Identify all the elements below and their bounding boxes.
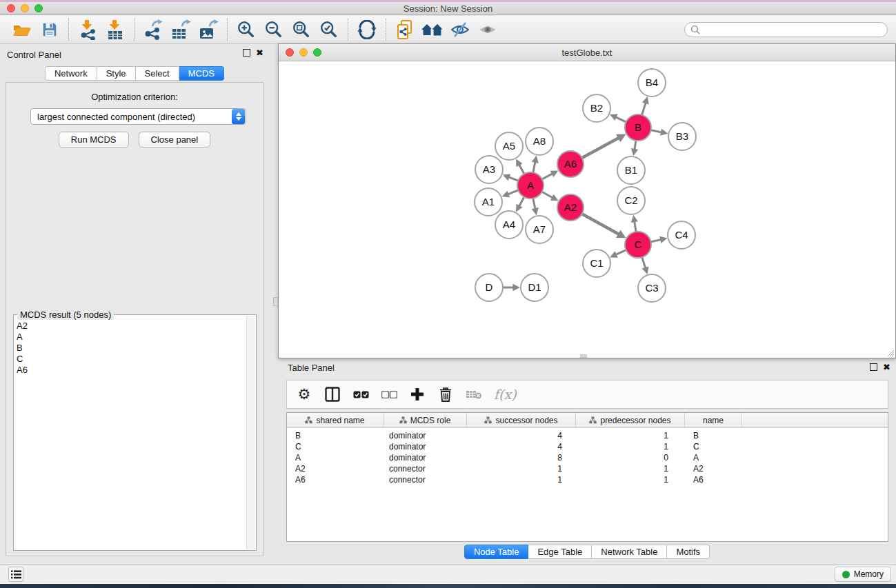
mcds-result-list[interactable]: A2ABCA6 (14, 319, 246, 550)
tab-select[interactable]: Select (136, 66, 179, 81)
import-network-icon[interactable] (74, 17, 101, 42)
graph-node-A4[interactable]: A4 (495, 211, 523, 239)
column-header-successor-nodes[interactable]: successor nodes (467, 413, 576, 427)
network-window-titlebar[interactable]: testGlobe.txt (279, 44, 895, 61)
memory-status-icon (842, 571, 850, 578)
export-image-icon[interactable] (195, 17, 222, 42)
deselect-all-checkboxes-icon[interactable] (381, 384, 397, 405)
graph-node-B1[interactable]: B1 (617, 156, 645, 184)
tab-edge-table[interactable]: Edge Table (528, 545, 592, 559)
result-list-item[interactable]: A2 (17, 321, 246, 332)
result-list-item[interactable]: A (17, 332, 246, 343)
graph-node-C4[interactable]: C4 (668, 221, 695, 249)
status-bar: Memory (0, 564, 896, 584)
tab-style[interactable]: Style (97, 66, 136, 81)
column-header-name[interactable]: name (685, 413, 742, 427)
graph-node-A3[interactable]: A3 (475, 156, 503, 183)
graph-node-A8[interactable]: A8 (526, 128, 553, 155)
tab-network[interactable]: Network (45, 66, 97, 81)
import-table-icon[interactable] (101, 17, 129, 42)
tab-node-table[interactable]: Node Table (464, 545, 529, 559)
table-options-gear-icon[interactable]: ⚙ (296, 384, 312, 405)
table-row[interactable]: Cdominator41C (287, 441, 888, 452)
control-panel-tabs: NetworkStyleSelectMCDS (45, 66, 224, 81)
zoom-selected-icon[interactable] (315, 17, 343, 42)
splitter-grip[interactable] (580, 354, 587, 358)
close-table-panel-icon[interactable]: ✖ (883, 363, 890, 371)
svg-text:A6: A6 (564, 158, 577, 170)
tab-mcds[interactable]: MCDS (179, 66, 224, 81)
new-network-from-selection-icon[interactable] (391, 17, 419, 42)
graph-edge-A2-C[interactable] (581, 213, 619, 234)
graph-node-C1[interactable]: C1 (583, 250, 610, 277)
export-network-icon[interactable] (139, 17, 167, 42)
column-header-predecessor-nodes[interactable]: predecessor nodes (576, 413, 685, 427)
result-list-item[interactable]: C (17, 354, 246, 365)
graph-edge-A6-B[interactable] (581, 138, 619, 159)
graph-node-A1[interactable]: A1 (475, 188, 502, 216)
svg-text:A: A (527, 179, 534, 191)
toolbar-separator (348, 19, 348, 41)
result-list-item[interactable]: A6 (17, 365, 246, 376)
graph-node-B[interactable]: B (625, 114, 651, 141)
memory-button[interactable]: Memory (835, 567, 891, 582)
result-list-scrollbar[interactable] (246, 316, 255, 549)
graph-node-C[interactable]: C (625, 232, 651, 258)
select-all-checkboxes-icon[interactable] (352, 384, 369, 405)
table-row[interactable]: A2connector11A2 (287, 463, 888, 474)
table-row[interactable]: Bdominator41B (287, 430, 888, 441)
graph-node-A6[interactable]: A6 (557, 151, 584, 177)
float-table-panel-icon[interactable] (870, 363, 877, 371)
svg-text:B1: B1 (625, 164, 637, 176)
zoom-out-icon[interactable] (260, 17, 288, 42)
close-panel-icon[interactable]: ✖ (256, 49, 263, 57)
table-row[interactable]: A6connector11A6 (287, 474, 888, 485)
svg-text:B3: B3 (676, 130, 688, 142)
export-table-icon[interactable] (167, 17, 195, 42)
optimization-criterion-label: Optimization criterion: (6, 92, 263, 102)
task-history-button[interactable] (8, 567, 23, 582)
graph-node-D[interactable]: D (475, 274, 503, 301)
hide-selected-icon[interactable] (446, 17, 474, 42)
svg-text:A4: A4 (503, 219, 515, 230)
result-list-item[interactable]: B (17, 343, 246, 354)
node-table-body: Bdominator41BCdominator41CAdominator80AA… (287, 428, 888, 485)
show-column-icon[interactable] (324, 384, 341, 405)
graph-node-A2[interactable]: A2 (557, 194, 584, 221)
graph-node-C3[interactable]: C3 (638, 274, 666, 302)
zoom-in-icon[interactable] (232, 17, 260, 42)
graph-node-B4[interactable]: B4 (638, 69, 666, 97)
criterion-dropdown[interactable]: largest connected component (directed) (30, 108, 246, 125)
window-resize-grip-icon[interactable] (885, 347, 895, 357)
mcds-tab-content: Optimization criterion: largest connecte… (6, 82, 263, 556)
tab-network-table[interactable]: Network Table (592, 545, 667, 559)
run-mcds-button[interactable]: Run MCDS (59, 132, 129, 148)
graph-node-C2[interactable]: C2 (617, 187, 645, 214)
search-input[interactable] (684, 22, 888, 37)
open-file-icon[interactable] (8, 17, 36, 42)
graph-node-B3[interactable]: B3 (668, 123, 696, 150)
table-toolbar: ⚙ f(x) (286, 380, 888, 409)
apply-layout-icon[interactable] (353, 17, 381, 42)
column-header-shared-name[interactable]: shared name (287, 413, 384, 427)
save-session-icon[interactable] (36, 17, 63, 42)
delete-column-icon[interactable] (437, 384, 454, 405)
add-column-icon[interactable] (409, 384, 426, 405)
column-header-MCDS-role[interactable]: MCDS role (384, 413, 467, 427)
splitter-grip[interactable] (273, 297, 278, 306)
memory-button-label: Memory (854, 569, 884, 579)
graph-node-A7[interactable]: A7 (526, 216, 553, 243)
graph-node-D1[interactable]: D1 (521, 274, 548, 301)
show-hidden-icon[interactable] (474, 17, 501, 42)
zoom-fit-icon[interactable] (288, 17, 315, 42)
float-panel-icon[interactable] (243, 49, 250, 57)
show-all-icon[interactable] (419, 17, 446, 42)
graph-node-B2[interactable]: B2 (583, 94, 610, 122)
graph-edge-B-B4[interactable] (641, 103, 646, 116)
close-panel-button[interactable]: Close panel (139, 132, 211, 148)
graph-node-A[interactable]: A (517, 172, 544, 199)
graph-node-A5[interactable]: A5 (495, 132, 523, 160)
tab-motifs[interactable]: Motifs (667, 545, 710, 559)
table-row[interactable]: Adominator80A (287, 452, 888, 463)
network-canvas[interactable]: AA1A2A3A4A5A6A7A8BB1B2B3B4CC1C2C3C4DD1 (279, 61, 895, 358)
